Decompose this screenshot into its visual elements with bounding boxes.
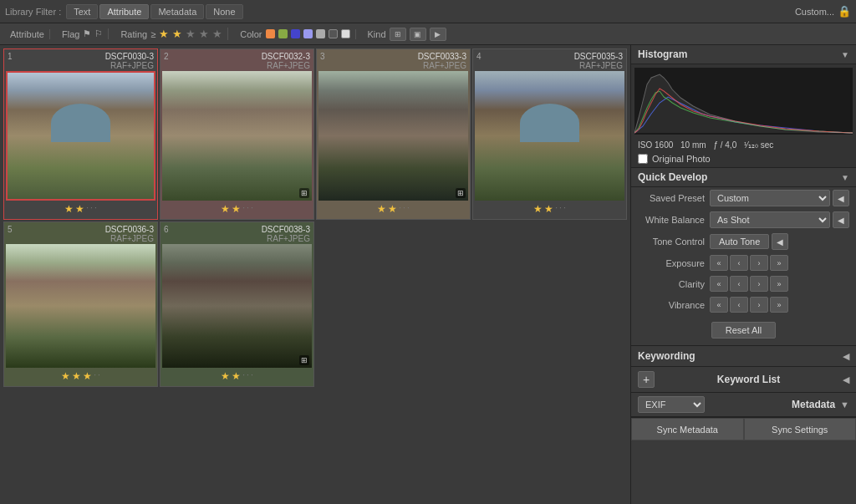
- clarity-l-btn[interactable]: ‹: [730, 276, 748, 292]
- cell-5-star-1[interactable]: ★: [61, 370, 70, 382]
- cell-6-name: DSCF0038-3: [262, 225, 310, 234]
- custom-label: Custom...: [795, 7, 834, 17]
- tab-metadata[interactable]: Metadata: [150, 4, 204, 19]
- lock-icon[interactable]: 🔒: [838, 5, 851, 18]
- color-blue[interactable]: [291, 29, 300, 38]
- tab-text[interactable]: Text: [66, 4, 98, 19]
- cell-5-type: RAF+JPEG: [105, 234, 154, 243]
- keyword-list-arrow-icon: ◀: [843, 374, 849, 385]
- keyword-list-header[interactable]: + Keyword List ◀: [631, 367, 856, 392]
- original-photo-checkbox[interactable]: [638, 154, 648, 164]
- cell-2-image: ⊞: [162, 71, 312, 201]
- cell-1-num: 1: [8, 52, 13, 70]
- cell-4-star-2[interactable]: ★: [544, 203, 553, 215]
- white-balance-control: As Shot ◀: [710, 211, 849, 228]
- sync-settings-btn[interactable]: Sync Settings: [744, 418, 857, 440]
- sync-metadata-btn[interactable]: Sync Metadata: [631, 418, 744, 440]
- exposure-row: Exposure « ‹ › »: [631, 252, 856, 273]
- cell-5-header: 5 DSCF0036-3 RAF+JPEG: [6, 224, 155, 244]
- original-photo-row: Original Photo: [631, 152, 856, 167]
- star-3[interactable]: ★: [186, 28, 196, 40]
- star-4[interactable]: ★: [199, 28, 209, 40]
- white-balance-select[interactable]: As Shot: [710, 211, 830, 228]
- metadata-arrow-icon[interactable]: ▼: [840, 400, 849, 410]
- exposure-l-btn[interactable]: ‹: [730, 255, 748, 271]
- cell-6-dot-3: ·: [251, 370, 253, 382]
- cell-6-star-1[interactable]: ★: [221, 370, 230, 382]
- cell-6-badge: ⊞: [299, 355, 309, 365]
- cell-5-star-2[interactable]: ★: [72, 370, 81, 382]
- white-balance-label: White Balance: [638, 215, 705, 225]
- kind-photo-btn[interactable]: ▣: [410, 28, 426, 41]
- cell-6-star-2[interactable]: ★: [232, 370, 241, 382]
- cell-3-dot-1: ·: [399, 203, 401, 215]
- cell-3-star-1[interactable]: ★: [377, 203, 386, 215]
- histogram-svg: [634, 68, 853, 135]
- histogram-title: Histogram: [638, 48, 687, 60]
- quick-develop-arrow[interactable]: ▼: [841, 173, 849, 182]
- cell-3-star-2[interactable]: ★: [388, 203, 397, 215]
- grid-cell-3[interactable]: 3 DSCF0033-3 RAF+JPEG ⊞ ★ ★ · · ·: [316, 48, 471, 220]
- vibrance-r-btn[interactable]: ›: [750, 297, 768, 313]
- clarity-ll-btn[interactable]: «: [710, 276, 728, 292]
- cell-3-dot-2: ·: [403, 203, 405, 215]
- metadata-exif-select[interactable]: EXIF: [638, 396, 705, 413]
- clarity-rr-btn[interactable]: »: [770, 276, 788, 292]
- kind-all-btn[interactable]: ⊞: [390, 28, 406, 41]
- vibrance-ll-btn[interactable]: «: [710, 297, 728, 313]
- library-filter-label: Library Filter :: [5, 7, 61, 17]
- cell-2-star-2[interactable]: ★: [232, 203, 241, 215]
- star-1[interactable]: ★: [159, 28, 169, 40]
- clarity-r-btn[interactable]: ›: [750, 276, 768, 292]
- auto-tone-btn[interactable]: Auto Tone: [710, 234, 769, 249]
- tone-control-arrow-btn[interactable]: ◀: [772, 233, 788, 250]
- star-2[interactable]: ★: [172, 28, 182, 40]
- saved-preset-row: Saved Preset Custom ◀: [631, 187, 856, 209]
- grid-cell-6[interactable]: 6 DSCF0038-3 RAF+JPEG ⊞ ★ ★ · · ·: [160, 221, 314, 387]
- filter-bar: Attribute Flag ⚑ ⚐ Rating ≥ ★ ★ ★ ★ ★ Co…: [0, 23, 856, 45]
- saved-preset-select[interactable]: Custom: [710, 190, 830, 206]
- saved-preset-arrow-btn[interactable]: ◀: [833, 190, 849, 206]
- cell-1-dot-3: ·: [94, 203, 97, 215]
- grid-cell-4[interactable]: 4 DSCF0035-3 RAF+JPEG ★ ★ · · ·: [472, 48, 627, 220]
- exposure-btns: « ‹ › »: [710, 255, 788, 271]
- grid-cell-2[interactable]: 2 DSCF0032-3 RAF+JPEG ⊞ ★ ★ · · ·: [160, 48, 314, 220]
- color-gray[interactable]: [316, 29, 325, 38]
- cell-6-photo: [162, 244, 312, 368]
- flag-up-icon[interactable]: ⚑: [83, 28, 91, 39]
- keyword-plus-btn[interactable]: +: [638, 371, 655, 388]
- reset-all-btn[interactable]: Reset All: [711, 322, 776, 339]
- cell-5-star-3[interactable]: ★: [83, 370, 92, 382]
- cell-5-num: 5: [8, 225, 13, 243]
- color-white[interactable]: [341, 29, 350, 38]
- tab-attribute[interactable]: Attribute: [99, 4, 149, 19]
- exposure-r-btn[interactable]: ›: [750, 255, 768, 271]
- keywording-header[interactable]: Keywording ◀: [631, 346, 856, 366]
- white-balance-arrow-btn[interactable]: ◀: [833, 211, 849, 228]
- tab-none[interactable]: None: [206, 4, 242, 19]
- cell-1-header: 1 DSCF0030-3 RAF+JPEG: [6, 51, 155, 71]
- grid-cell-5[interactable]: 5 DSCF0036-3 RAF+JPEG ★ ★ ★ · ·: [3, 221, 158, 387]
- color-green[interactable]: [278, 29, 288, 38]
- vibrance-l-btn[interactable]: ‹: [730, 297, 748, 313]
- histogram-arrow[interactable]: ▼: [841, 50, 849, 59]
- cell-1-star-1[interactable]: ★: [64, 203, 74, 215]
- grid-cell-empty-2: [472, 221, 627, 387]
- vibrance-rr-btn[interactable]: »: [770, 297, 788, 313]
- star-5[interactable]: ★: [212, 28, 222, 40]
- color-purple[interactable]: [303, 29, 313, 38]
- exposure-ll-btn[interactable]: «: [710, 255, 728, 271]
- cell-1-star-2[interactable]: ★: [75, 203, 84, 215]
- exposure-rr-btn[interactable]: »: [770, 255, 788, 271]
- color-filter: Color: [235, 29, 355, 39]
- cell-4-star-1[interactable]: ★: [533, 203, 543, 215]
- kind-video-btn[interactable]: ▶: [430, 28, 446, 41]
- cell-2-num: 2: [164, 52, 169, 70]
- grid-cell-1[interactable]: 1 DSCF0030-3 RAF+JPEG ★ ★ · · ·: [3, 48, 158, 220]
- color-red[interactable]: [266, 29, 275, 38]
- color-black[interactable]: [329, 29, 338, 38]
- flag-down-icon[interactable]: ⚐: [94, 28, 103, 39]
- clarity-row: Clarity « ‹ › »: [631, 273, 856, 294]
- right-panel: Histogram ▼: [630, 45, 856, 504]
- cell-2-star-1[interactable]: ★: [221, 203, 230, 215]
